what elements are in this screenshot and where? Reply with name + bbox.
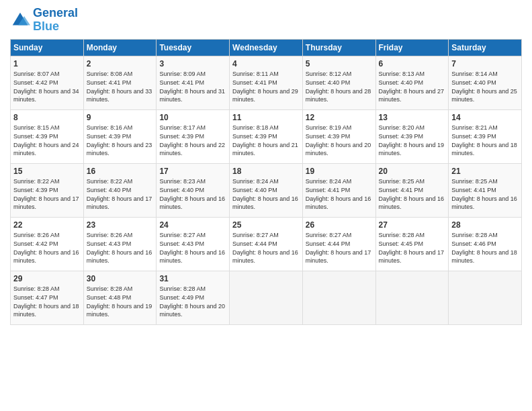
sunrise-text: Sunrise: 8:17 AM: [159, 124, 226, 132]
day-number: 25: [232, 220, 300, 231]
calendar-cell: 3Sunrise: 8:09 AMSunset: 4:41 PMDaylight…: [157, 56, 230, 109]
daylight-text: Daylight: 8 hours and 20 minutes.: [306, 141, 373, 158]
calendar-cell: [449, 271, 522, 324]
daylight-text: Daylight: 8 hours and 17 minutes.: [87, 195, 154, 212]
sunrise-text: Sunrise: 8:09 AM: [159, 70, 226, 79]
daylight-text: Daylight: 8 hours and 33 minutes.: [87, 87, 154, 104]
sunset-text: Sunset: 4:41 PM: [451, 186, 519, 195]
daylight-text: Daylight: 8 hours and 16 minutes.: [159, 195, 226, 212]
calendar-cell: 10Sunrise: 8:17 AMSunset: 4:39 PMDayligh…: [157, 109, 230, 163]
sunrise-text: Sunrise: 8:28 AM: [13, 285, 81, 293]
day-number: 19: [306, 166, 373, 177]
calendar-cell: 22Sunrise: 8:26 AMSunset: 4:42 PMDayligh…: [11, 217, 84, 271]
daylight-text: Daylight: 8 hours and 22 minutes.: [159, 141, 226, 158]
calendar-cell: 20Sunrise: 8:25 AMSunset: 4:41 PMDayligh…: [375, 163, 449, 217]
sunset-text: Sunset: 4:40 PM: [379, 79, 446, 87]
day-number: 21: [451, 166, 519, 177]
daylight-text: Daylight: 8 hours and 31 minutes.: [159, 87, 226, 104]
sunset-text: Sunset: 4:41 PM: [159, 79, 226, 87]
sunset-text: Sunset: 4:39 PM: [159, 132, 226, 141]
page-container: General Blue SundayMondayTuesdayWednesda…: [0, 0, 532, 328]
day-number: 18: [232, 166, 300, 177]
sunrise-text: Sunrise: 8:22 AM: [87, 177, 154, 186]
day-number: 29: [13, 273, 81, 285]
logo: General Blue: [10, 7, 78, 34]
calendar-cell: 7Sunrise: 8:14 AMSunset: 4:40 PMDaylight…: [449, 56, 522, 109]
daylight-text: Daylight: 8 hours and 19 minutes.: [87, 302, 154, 319]
day-number: 4: [232, 58, 300, 70]
daylight-text: Daylight: 8 hours and 16 minutes.: [13, 248, 81, 265]
calendar-cell: 21Sunrise: 8:25 AMSunset: 4:41 PMDayligh…: [449, 163, 522, 217]
day-number: 24: [159, 220, 226, 231]
day-number: 6: [379, 58, 446, 70]
sunset-text: Sunset: 4:46 PM: [451, 240, 519, 248]
calendar-cell: 24Sunrise: 8:27 AMSunset: 4:43 PMDayligh…: [157, 217, 230, 271]
daylight-text: Daylight: 8 hours and 18 minutes.: [451, 248, 519, 265]
day-number: 28: [451, 220, 519, 231]
sunrise-text: Sunrise: 8:27 AM: [232, 231, 300, 240]
daylight-text: Daylight: 8 hours and 16 minutes.: [87, 248, 154, 265]
sunrise-text: Sunrise: 8:28 AM: [87, 285, 154, 293]
weekday-header: Tuesday: [157, 39, 230, 56]
day-number: 16: [87, 166, 154, 177]
logo-icon: [10, 10, 30, 30]
sunset-text: Sunset: 4:42 PM: [13, 79, 81, 87]
calendar-cell: 30Sunrise: 8:28 AMSunset: 4:48 PMDayligh…: [83, 271, 157, 324]
daylight-text: Daylight: 8 hours and 27 minutes.: [379, 87, 446, 104]
day-number: 14: [451, 112, 519, 124]
sunset-text: Sunset: 4:41 PM: [232, 79, 300, 87]
day-number: 15: [13, 166, 81, 177]
sunset-text: Sunset: 4:40 PM: [306, 79, 373, 87]
sunset-text: Sunset: 4:40 PM: [87, 186, 154, 195]
sunset-text: Sunset: 4:48 PM: [87, 293, 154, 302]
calendar-cell: 2Sunrise: 8:08 AMSunset: 4:41 PMDaylight…: [83, 56, 157, 109]
day-number: 3: [159, 58, 226, 70]
sunset-text: Sunset: 4:40 PM: [232, 186, 300, 195]
calendar-cell: 25Sunrise: 8:27 AMSunset: 4:44 PMDayligh…: [230, 217, 303, 271]
sunset-text: Sunset: 4:43 PM: [159, 240, 226, 248]
sunrise-text: Sunrise: 8:18 AM: [232, 124, 300, 132]
page-header: General Blue: [10, 7, 522, 34]
day-number: 8: [13, 112, 81, 124]
sunrise-text: Sunrise: 8:07 AM: [13, 70, 81, 79]
sunset-text: Sunset: 4:40 PM: [451, 79, 519, 87]
calendar-week-row: 1Sunrise: 8:07 AMSunset: 4:42 PMDaylight…: [11, 56, 522, 109]
daylight-text: Daylight: 8 hours and 25 minutes.: [451, 87, 519, 104]
daylight-text: Daylight: 8 hours and 18 minutes.: [13, 302, 81, 319]
day-number: 26: [306, 220, 373, 231]
sunrise-text: Sunrise: 8:28 AM: [379, 231, 446, 240]
sunset-text: Sunset: 4:41 PM: [379, 186, 446, 195]
sunrise-text: Sunrise: 8:23 AM: [159, 177, 226, 186]
calendar-cell: 28Sunrise: 8:28 AMSunset: 4:46 PMDayligh…: [449, 217, 522, 271]
sunrise-text: Sunrise: 8:14 AM: [451, 70, 519, 79]
weekday-header: Friday: [375, 39, 449, 56]
calendar-cell: 11Sunrise: 8:18 AMSunset: 4:39 PMDayligh…: [230, 109, 303, 163]
sunset-text: Sunset: 4:39 PM: [306, 132, 373, 141]
sunrise-text: Sunrise: 8:24 AM: [306, 177, 373, 186]
calendar-cell: 9Sunrise: 8:16 AMSunset: 4:39 PMDaylight…: [83, 109, 157, 163]
calendar-week-row: 22Sunrise: 8:26 AMSunset: 4:42 PMDayligh…: [11, 217, 522, 271]
calendar-week-row: 29Sunrise: 8:28 AMSunset: 4:47 PMDayligh…: [11, 271, 522, 324]
daylight-text: Daylight: 8 hours and 28 minutes.: [306, 87, 373, 104]
calendar-cell: 16Sunrise: 8:22 AMSunset: 4:40 PMDayligh…: [83, 163, 157, 217]
sunrise-text: Sunrise: 8:27 AM: [159, 231, 226, 240]
day-number: 30: [87, 273, 154, 285]
calendar-cell: 6Sunrise: 8:13 AMSunset: 4:40 PMDaylight…: [375, 56, 449, 109]
calendar-cell: 12Sunrise: 8:19 AMSunset: 4:39 PMDayligh…: [302, 109, 375, 163]
calendar-cell: 14Sunrise: 8:21 AMSunset: 4:39 PMDayligh…: [449, 109, 522, 163]
daylight-text: Daylight: 8 hours and 34 minutes.: [13, 87, 81, 104]
day-number: 11: [232, 112, 300, 124]
sunset-text: Sunset: 4:39 PM: [13, 186, 81, 195]
calendar-cell: 13Sunrise: 8:20 AMSunset: 4:39 PMDayligh…: [375, 109, 449, 163]
sunset-text: Sunset: 4:41 PM: [87, 79, 154, 87]
sunset-text: Sunset: 4:47 PM: [13, 293, 81, 302]
calendar-cell: 15Sunrise: 8:22 AMSunset: 4:39 PMDayligh…: [11, 163, 84, 217]
sunset-text: Sunset: 4:39 PM: [13, 132, 81, 141]
daylight-text: Daylight: 8 hours and 20 minutes.: [159, 302, 226, 319]
sunrise-text: Sunrise: 8:12 AM: [306, 70, 373, 79]
logo-text: General Blue: [33, 7, 78, 34]
day-number: 5: [306, 58, 373, 70]
calendar-cell: 5Sunrise: 8:12 AMSunset: 4:40 PMDaylight…: [302, 56, 375, 109]
sunset-text: Sunset: 4:39 PM: [87, 132, 154, 141]
daylight-text: Daylight: 8 hours and 23 minutes.: [87, 141, 154, 158]
